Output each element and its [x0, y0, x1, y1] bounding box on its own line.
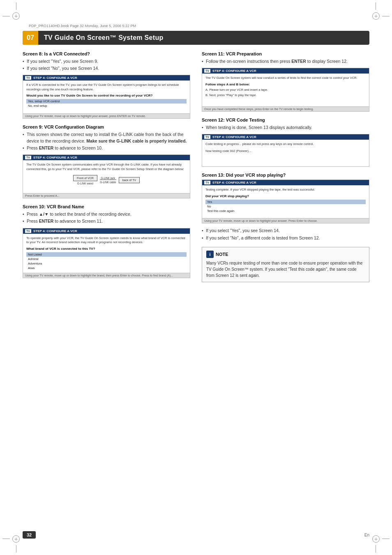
screen10-option-1: Not Listed: [26, 252, 187, 257]
screen13-option-3: Test this code again: [205, 209, 366, 213]
note-icon: i: [206, 251, 214, 258]
screen8-option-1: Yes, setup VCR control: [26, 99, 187, 104]
tv-logo: TV: [25, 76, 31, 80]
screen9-bold: Make sure the G-LINK cable is properly i…: [86, 138, 187, 143]
arrow-symbol: ▲/▼: [39, 212, 49, 216]
screen11-step-b: B. Next, press "Play" to play the tape.: [205, 93, 366, 98]
note-header: i NOTE: [206, 251, 365, 258]
screen8-bullet-2: If you select "No", you see Screen 14.: [23, 65, 190, 71]
note-box: i NOTE Many VCRs require testing of more…: [202, 247, 369, 282]
glink-jack-label: G-LINK jack: [101, 177, 115, 180]
screen12-body-text1: Code testing in progress... please do no…: [205, 142, 366, 147]
screen8-section: Screen 8: Is a VCR Connected? If you sel…: [23, 51, 190, 119]
screen10-bullet-2: Press ENTER to advance to Screen 11.: [23, 218, 190, 224]
screen9-tv-header-text: STEP 4: CONFIGURE A VCR: [33, 156, 77, 159]
footer-bar: 32 En: [23, 531, 369, 539]
screen9-image: TV STEP 4: CONFIGURE A VCR The TV Guide …: [23, 154, 190, 198]
chapter-number: 07: [23, 31, 38, 45]
screen13-tv-header-text: STEP 4: CONFIGURE A VCR: [212, 181, 256, 184]
screen8-image: TV STEP 4: CONFIGURE A VCR If a VCR is c…: [23, 75, 190, 119]
screen8-option-2: No, end setup: [26, 104, 187, 108]
screen13-option-1: Yes: [205, 200, 366, 204]
glink-line: [100, 180, 116, 180]
crop-br-h: [382, 539, 390, 539]
glink-wand-label: G-LINK wand: [77, 182, 93, 185]
screen11-enter-label: ENTER: [291, 59, 306, 64]
screen12-section: Screen 12: VCR Code Testing When testing…: [202, 117, 369, 167]
screen9-section: Screen 9: VCR Configuration Diagram This…: [23, 124, 190, 198]
screen13-after-bullet-2: If you select "No", a different code is …: [202, 235, 369, 241]
screen13-question: Did your VCR stop playing?: [205, 194, 366, 198]
screen10-tv-body: To operate properly with your VCR, the T…: [23, 234, 190, 273]
screen9-heading: Screen 9: VCR Configuration Diagram: [23, 124, 190, 129]
screen11-steps-header: Follow steps A and B below:: [205, 83, 366, 86]
screen10-tv-header-text: STEP 4: CONFIGURE A VCR: [33, 229, 77, 233]
screen11-body-text: The TV Guide On Screen system will now c…: [205, 76, 366, 81]
screen8-heading: Screen 8: Is a VCR Connected?: [23, 51, 190, 56]
screen8-tv-footer: Using your TV remote, move up or down to…: [23, 113, 190, 118]
page-number: 32: [23, 531, 36, 539]
screen8-bullets: If you select "Yes", you see Screen 9. I…: [23, 58, 190, 71]
crop-bl-h: [2, 539, 10, 539]
screen12-heading: Screen 12: VCR Code Testing: [202, 117, 369, 122]
screen10-section: Screen 10: VCR Brand Name Press ▲/▼ to s…: [23, 204, 190, 278]
note-text: Many VCRs require testing of more than o…: [206, 260, 365, 279]
screen8-tv-header: TV STEP 4: CONFIGURE A VCR: [23, 75, 190, 81]
screen11-image: TV STEP 4: CONFIGURE A VCR The TV Guide …: [202, 68, 369, 112]
tv-logo-13: TV: [204, 181, 210, 184]
crop-br-v: [376, 545, 376, 553]
page-content: Screen 8: Is a VCR Connected? If you sel…: [23, 51, 369, 522]
screen10-image: TV STEP 4: CONFIGURE A VCR To operate pr…: [23, 228, 190, 278]
screen10-option-2: Admiral: [26, 257, 187, 261]
screen13-body-text: Testing complete. If your VCR stopped pl…: [205, 188, 366, 192]
screen12-image: TV STEP 4: CONFIGURE A VCR Code testing …: [202, 134, 369, 167]
two-col-layout: Screen 8: Is a VCR Connected? If you sel…: [23, 51, 369, 284]
screen11-tv-header: TV STEP 4: CONFIGURE A VCR: [202, 68, 369, 74]
screen9-bullet-2: Press ENTER to advance to Screen 10.: [23, 145, 190, 151]
screen9-diagram: Front of VCR G-LINK wand G-LINK jack G-L…: [26, 173, 187, 187]
page-title: TV Guide On Screen™ System Setup: [44, 34, 164, 41]
right-column: Screen 11: VCR Preparation Follow the on…: [202, 51, 369, 284]
glink-cable-label: G-LINK cable: [100, 181, 116, 184]
screen13-tv-header: TV STEP 4: CONFIGURE A VCR: [202, 180, 369, 185]
reg-mark-br: [372, 535, 380, 543]
screen11-heading: Screen 11: VCR Preparation: [202, 51, 369, 56]
left-column: Screen 8: Is a VCR Connected? If you sel…: [23, 51, 190, 284]
screen10-body-text: To operate properly with your VCR, the T…: [26, 236, 187, 245]
screen13-bullets-after: If you select "Yes", you see Screen 14. …: [202, 228, 369, 241]
crop-bl-v: [16, 545, 16, 553]
tv-logo-12: TV: [204, 135, 210, 139]
screen12-tv-header: TV STEP 4: CONFIGURE A VCR: [202, 134, 369, 140]
crop-tr-v: [376, 2, 376, 10]
screen12-tv-body: Code testing in progress... please do no…: [202, 140, 369, 166]
reg-mark-bl: [12, 535, 20, 543]
file-info: PDP_PRO1140HD.book Page 32 Monday, June …: [29, 24, 136, 28]
screen11-tv-footer: Once you have completed these steps, pre…: [202, 106, 369, 111]
screen8-question: Would you like to use TV Guide On Screen…: [26, 94, 187, 97]
screen13-heading: Screen 13: Did your VCR stop playing?: [202, 173, 369, 177]
screen10-option-4: Aiwa: [26, 266, 187, 270]
screen10-enter-label: ENTER: [39, 219, 54, 223]
screen12-bullets: When testing is done, Screen 13 displays…: [202, 124, 369, 131]
screen9-tv-body: The TV Guide On Screen system communicat…: [23, 160, 190, 193]
screen12-body-text2: Now testing code 002 (Pioneer)...: [205, 149, 366, 154]
reg-mark-tl: [12, 12, 20, 20]
crop-tl-h: [2, 16, 10, 16]
screen10-tv-footer: Using your TV remote, move up or down to…: [23, 273, 190, 278]
glink-connection: G-LINK jack G-LINK cable: [100, 177, 116, 184]
screen13-section: Screen 13: Did your VCR stop playing? TV…: [202, 173, 369, 241]
screen11-bullet-1: Follow the on-screen instructions then p…: [202, 58, 369, 64]
tv-logo-9: TV: [25, 156, 31, 159]
screen9-tv-header: TV STEP 4: CONFIGURE A VCR: [23, 155, 190, 160]
screen8-bullet-1: If you select "Yes", you see Screen 9.: [23, 58, 190, 64]
tv-logo-10: TV: [25, 229, 31, 233]
crop-tr-h: [382, 16, 390, 16]
screen10-tv-header: TV STEP 4: CONFIGURE A VCR: [23, 228, 190, 234]
screen11-section: Screen 11: VCR Preparation Follow the on…: [202, 51, 369, 112]
screen11-step-a: A. Please turn on your VCR and insert a …: [205, 88, 366, 92]
vcr-box: Front of VCR: [73, 175, 97, 181]
screen13-tv-body: Testing complete. If your VCR stopped pl…: [202, 185, 369, 218]
screen9-bullets: This screen shows the correct way to ins…: [23, 131, 190, 151]
screen9-enter-label: ENTER: [39, 145, 54, 150]
screen9-tv-footer: Press Enter to proceed A...: [23, 193, 190, 198]
